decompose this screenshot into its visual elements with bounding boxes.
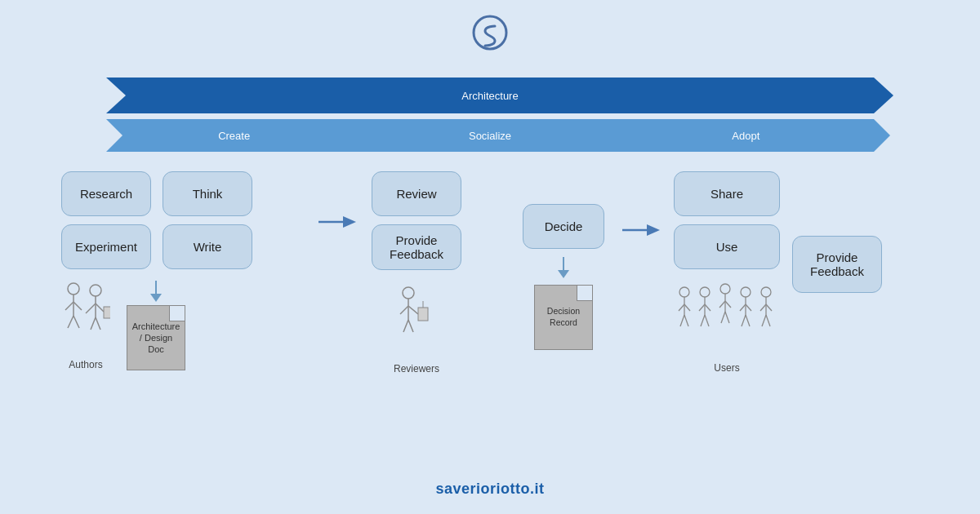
svg-line-3 <box>65 302 74 310</box>
svg-line-52 <box>742 315 746 326</box>
arrow-to-reviewers <box>318 210 359 237</box>
reviewers-figures: Reviewers <box>372 283 461 374</box>
svg-rect-24 <box>418 308 428 321</box>
svg-line-21 <box>408 306 418 314</box>
svg-point-18 <box>403 287 414 299</box>
svg-point-48 <box>741 287 751 297</box>
svg-line-39 <box>705 304 710 311</box>
svg-point-1 <box>68 283 79 295</box>
svg-line-59 <box>766 315 770 326</box>
authors-figures: Authors <box>61 279 110 370</box>
svg-line-40 <box>701 315 705 326</box>
svg-line-11 <box>91 317 96 330</box>
users-group: Share Use <box>674 171 780 374</box>
svg-line-5 <box>68 316 74 328</box>
logo <box>472 15 508 51</box>
decide-box: Decide <box>523 204 604 249</box>
svg-point-36 <box>700 287 710 297</box>
svg-line-6 <box>74 316 79 328</box>
svg-line-9 <box>86 304 96 313</box>
svg-line-23 <box>408 320 413 332</box>
users-label: Users <box>674 362 780 374</box>
svg-line-58 <box>762 315 766 326</box>
website-link: saverioriotto.it <box>435 481 544 498</box>
svg-marker-29 <box>647 224 660 236</box>
svg-line-4 <box>74 302 82 310</box>
provide-feedback-right-box: ProvideFeedback <box>792 236 882 293</box>
arch-doc: Architecture / Design Doc <box>127 305 185 370</box>
svg-point-30 <box>679 287 689 297</box>
authors-label: Authors <box>61 359 110 370</box>
svg-line-46 <box>721 312 725 323</box>
svg-line-50 <box>740 304 746 311</box>
svg-marker-17 <box>343 216 356 228</box>
svg-line-51 <box>746 304 751 311</box>
svg-line-56 <box>760 304 766 311</box>
provide-feedback-text: ProvideFeedback <box>390 233 443 261</box>
decide-group: Decide Decision Record <box>523 204 604 350</box>
write-box: Write <box>163 224 252 269</box>
svg-line-41 <box>705 315 709 326</box>
review-box: Review <box>372 171 461 216</box>
experiment-box: Experiment <box>61 224 151 269</box>
svg-line-35 <box>684 315 688 326</box>
svg-line-45 <box>725 301 731 308</box>
think-box: Think <box>163 171 252 216</box>
svg-line-38 <box>699 304 705 311</box>
reviewers-label: Reviewers <box>372 363 461 374</box>
svg-point-42 <box>720 284 730 294</box>
svg-marker-15 <box>150 294 162 302</box>
phase-create: Create <box>218 130 250 142</box>
phase-adopt: Adopt <box>732 130 760 142</box>
reviewers-group: Review ProvideFeedback Reviewers <box>372 171 461 374</box>
architecture-label: Architecture <box>461 90 518 102</box>
svg-line-10 <box>96 304 104 312</box>
svg-line-20 <box>400 306 408 314</box>
svg-line-53 <box>746 315 750 326</box>
svg-marker-27 <box>558 270 569 278</box>
svg-line-47 <box>725 312 729 323</box>
provide-feedback-box: ProvideFeedback <box>372 224 461 270</box>
svg-line-57 <box>766 304 772 311</box>
svg-point-54 <box>761 287 771 297</box>
phase-socialize: Socialize <box>469 130 511 142</box>
arrow-to-users <box>622 219 663 245</box>
users-figures: Users <box>674 282 780 374</box>
svg-line-34 <box>680 315 684 326</box>
svg-point-7 <box>90 285 101 296</box>
svg-line-12 <box>96 317 100 330</box>
svg-rect-13 <box>104 307 110 318</box>
research-box: Research <box>61 171 151 216</box>
svg-line-33 <box>684 304 690 311</box>
svg-line-32 <box>679 304 684 311</box>
svg-line-44 <box>719 301 725 308</box>
share-box: Share <box>674 171 780 216</box>
decision-record-doc: Decision Record <box>534 285 593 350</box>
use-box: Use <box>674 224 780 269</box>
provide-feedback-right-text: ProvideFeedback <box>810 250 864 278</box>
authors-group: Research Think Experiment Write <box>61 171 252 370</box>
svg-line-22 <box>403 320 408 332</box>
